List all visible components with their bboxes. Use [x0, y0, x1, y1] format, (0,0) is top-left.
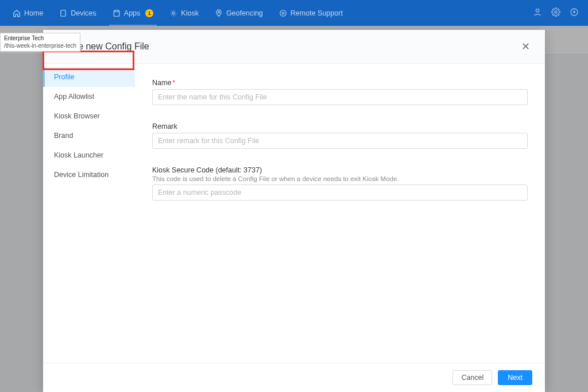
nav-devices[interactable]: Devices: [51, 0, 104, 26]
nav-kiosk[interactable]: Kiosk: [161, 0, 207, 26]
account-icon[interactable]: [528, 7, 547, 18]
svg-point-6: [555, 11, 557, 13]
name-label: Name*: [152, 79, 528, 87]
svg-point-3: [280, 10, 287, 16]
nav-label: Geofencing: [226, 9, 263, 17]
svg-point-4: [282, 12, 284, 14]
sidebar-item-kiosk-launcher[interactable]: Kiosk Launcher: [43, 145, 135, 165]
code-label: Kiosk Secure Code (default: 3737): [152, 166, 528, 174]
sidebar-item-brand[interactable]: Brand: [43, 126, 135, 145]
modal-footer: Cancel Next: [43, 363, 545, 392]
download-icon[interactable]: [565, 7, 583, 18]
svg-rect-0: [61, 10, 65, 16]
tooltip-path: /this-week-in-enterprise-tech: [4, 43, 76, 50]
svg-point-2: [218, 11, 219, 13]
name-input[interactable]: [152, 89, 528, 105]
top-nav: Home Devices Apps 1 Kiosk Geofencing Rem…: [0, 0, 588, 26]
nav-label: Home: [24, 9, 43, 17]
remark-input[interactable]: [152, 133, 528, 149]
modal-header: Create new Config File ✕: [43, 30, 545, 64]
sidebar-item-device-limitation[interactable]: Device Limitation: [43, 165, 135, 185]
nav-apps[interactable]: Apps 1: [105, 0, 162, 26]
config-file-modal: Create new Config File ✕ Profile App All…: [43, 30, 545, 392]
apps-icon: [113, 9, 121, 17]
nav-label: Devices: [71, 9, 96, 17]
geofence-icon: [215, 9, 223, 17]
home-icon: [13, 9, 21, 17]
code-input[interactable]: [152, 185, 528, 201]
support-icon: [279, 9, 287, 17]
cancel-button[interactable]: Cancel: [452, 370, 492, 385]
profile-form: Name* Remark Kiosk Secure Code (default:…: [135, 64, 545, 363]
sidebar-item-kiosk-browser[interactable]: Kiosk Browser: [43, 106, 135, 126]
nav-remote-support[interactable]: Remote Support: [271, 0, 351, 26]
nav-label: Remote Support: [291, 9, 343, 17]
nav-geofencing[interactable]: Geofencing: [207, 0, 271, 26]
sidebar-item-app-allowlist[interactable]: App Allowlist: [43, 87, 135, 106]
badge: 1: [145, 9, 153, 17]
close-icon[interactable]: ✕: [519, 39, 532, 54]
tooltip-title: Enterprise Tech: [4, 35, 76, 43]
next-button[interactable]: Next: [498, 370, 532, 385]
nav-home[interactable]: Home: [5, 0, 51, 26]
svg-point-5: [536, 9, 539, 12]
sidebar-item-profile[interactable]: Profile: [43, 67, 135, 87]
settings-icon[interactable]: [547, 7, 565, 18]
modal-sidebar: Profile App Allowlist Kiosk Browser Bran…: [43, 64, 135, 363]
devices-icon: [59, 9, 67, 17]
code-help: This code is used to delete a Config Fil…: [152, 175, 528, 182]
nav-label: Apps: [124, 9, 141, 17]
kiosk-icon: [169, 9, 177, 17]
nav-label: Kiosk: [181, 9, 199, 17]
hover-tooltip: Enterprise Tech /this-week-in-enterprise…: [0, 33, 80, 52]
remark-label: Remark: [152, 122, 528, 130]
svg-point-1: [173, 12, 175, 14]
